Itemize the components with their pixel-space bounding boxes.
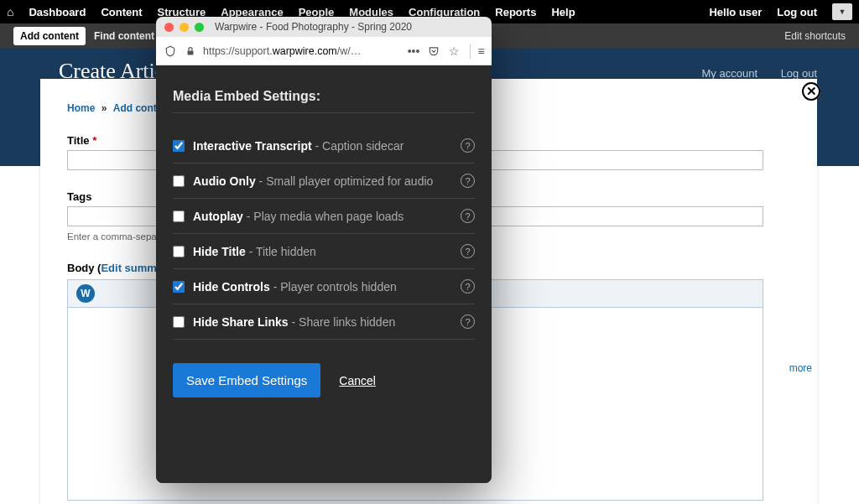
embed-option-hidecontrols-checkbox[interactable]	[173, 281, 185, 293]
close-icon[interactable]: ✕	[802, 82, 820, 101]
menu-content[interactable]: Content	[101, 6, 142, 18]
embed-option-desc: Play media when page loads	[253, 210, 403, 223]
save-embed-settings-button[interactable]: Save Embed Settings	[173, 363, 320, 397]
my-account-link[interactable]: My account	[702, 67, 757, 80]
lock-icon[interactable]	[183, 44, 198, 59]
embed-option-name: Hide Title	[193, 245, 246, 258]
bookmark-star-icon[interactable]: ☆	[446, 44, 461, 59]
embed-settings-heading: Media Embed Settings:	[173, 89, 475, 113]
add-content-button[interactable]: Add content	[13, 27, 86, 45]
embed-option-name: Autoplay	[193, 210, 243, 223]
help-icon[interactable]: ?	[461, 209, 475, 223]
menu-help[interactable]: Help	[551, 6, 575, 18]
header-logout-link[interactable]: Log out	[781, 67, 817, 80]
find-content-link[interactable]: Find content	[94, 30, 154, 42]
embed-settings-content: Media Embed Settings: Interactive Transc…	[156, 65, 492, 483]
embed-settings-popup: Warpwire - Food Photography - Spring 202…	[156, 17, 492, 483]
hamburger-menu-icon[interactable]: ≡	[470, 44, 485, 59]
embed-option-desc: Small player optimized for audio	[266, 174, 433, 188]
warpwire-icon[interactable]: W	[76, 284, 95, 303]
help-icon[interactable]: ?	[461, 314, 475, 329]
help-icon[interactable]: ?	[461, 138, 475, 153]
menu-reports[interactable]: Reports	[495, 6, 536, 18]
window-close-icon[interactable]	[164, 23, 174, 32]
pocket-icon[interactable]	[426, 44, 441, 59]
embed-option-audio: Audio Only - Small player optimized for …	[173, 164, 475, 199]
greeting: Hello user	[709, 6, 762, 18]
embed-option-autoplay: Autoplay - Play media when page loads?	[173, 199, 475, 234]
embed-option-hidecontrols: Hide Controls - Player controls hidden?	[173, 269, 475, 304]
home-icon[interactable]: ⌂	[7, 5, 13, 18]
help-icon[interactable]: ?	[461, 244, 475, 258]
embed-option-name: Hide Share Links	[193, 315, 289, 329]
embed-option-hidetitle-checkbox[interactable]	[173, 246, 185, 257]
embed-option-desc: Share links hidden	[299, 315, 395, 329]
title-label: Title	[67, 134, 90, 147]
browser-url-bar: https://support.warpwire.com/w/… ••• ☆ ≡	[156, 37, 492, 65]
help-icon[interactable]: ?	[461, 279, 475, 294]
edit-shortcuts-link[interactable]: Edit shortcuts	[784, 30, 846, 42]
window-titlebar: Warpwire - Food Photography - Spring 202…	[156, 17, 492, 37]
url-text[interactable]: https://support.warpwire.com/w/…	[203, 45, 401, 57]
embed-option-hidetitle: Hide Title - Title hidden?	[173, 234, 475, 269]
help-icon[interactable]: ?	[461, 174, 475, 188]
embed-option-name: Hide Controls	[193, 280, 270, 294]
more-link[interactable]: more	[789, 362, 812, 374]
embed-option-name: Audio Only	[193, 174, 256, 188]
embed-option-desc: Title hidden	[256, 245, 316, 258]
page-actions-icon[interactable]: •••	[406, 44, 421, 59]
window-minimize-icon[interactable]	[180, 23, 189, 32]
body-label: Body (	[67, 262, 101, 274]
embed-option-hideshare: Hide Share Links - Share links hidden?	[173, 304, 475, 340]
embed-option-audio-checkbox[interactable]	[173, 175, 185, 187]
embed-option-desc: Caption sidecar	[322, 139, 403, 153]
shortcuts-toggle-icon[interactable]: ▼	[832, 3, 852, 20]
embed-option-interactive-checkbox[interactable]	[173, 140, 185, 152]
breadcrumb-home[interactable]: Home	[67, 102, 95, 114]
window-zoom-icon[interactable]	[195, 23, 204, 32]
shield-icon[interactable]	[163, 44, 178, 59]
embed-option-autoplay-checkbox[interactable]	[173, 210, 185, 222]
embed-option-interactive: Interactive Transcript - Caption sidecar…	[173, 128, 475, 164]
account-links: My account Log out	[682, 67, 817, 80]
embed-option-hideshare-checkbox[interactable]	[173, 316, 185, 328]
logout-link[interactable]: Log out	[777, 6, 817, 18]
svg-rect-0	[188, 50, 194, 55]
window-title: Warpwire - Food Photography - Spring 202…	[215, 21, 412, 33]
menu-dashboard[interactable]: Dashboard	[29, 6, 86, 18]
cancel-link[interactable]: Cancel	[339, 374, 376, 387]
embed-option-desc: Player controls hidden	[280, 280, 397, 294]
embed-option-name: Interactive Transcript	[193, 139, 312, 153]
